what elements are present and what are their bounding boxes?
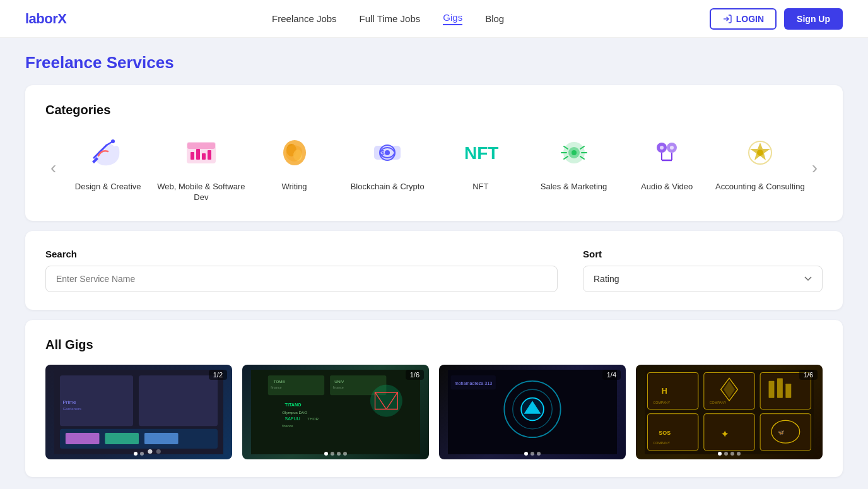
login-button[interactable]: LOGIN	[710, 8, 777, 30]
carousel-prev-button[interactable]: ‹	[45, 158, 61, 178]
category-label-audio: Audio & Video	[641, 182, 693, 192]
svg-text:finance: finance	[333, 386, 344, 389]
svg-point-1	[111, 139, 115, 143]
gig-badge-1: 1/2	[209, 370, 227, 380]
svg-rect-6	[202, 153, 206, 160]
svg-text:UNIV: UNIV	[334, 379, 344, 383]
category-item-audio[interactable]: Audio & Video	[620, 133, 713, 203]
gig-dot	[343, 452, 347, 456]
category-label-nft: NFT	[472, 182, 488, 192]
svg-point-13	[385, 150, 390, 155]
svg-rect-7	[208, 150, 211, 160]
header: laborX Freelance Jobs Full Time Jobs Gig…	[0, 0, 868, 38]
svg-point-31	[670, 146, 674, 150]
blockchain-icon: $	[367, 133, 408, 173]
category-item-nft[interactable]: NFT NFT	[434, 133, 527, 203]
gig-card-3[interactable]: mohamadreza 313 1/4	[439, 365, 626, 459]
gig-dots-4	[718, 452, 741, 456]
accounting-icon	[740, 133, 780, 173]
gig-dots-1	[134, 452, 144, 456]
logo[interactable]: laborX	[25, 11, 66, 27]
svg-point-34	[757, 150, 763, 156]
svg-rect-79	[785, 384, 791, 398]
all-gigs-card: All Gigs Prime Gardeners	[25, 320, 843, 477]
svg-rect-3	[187, 143, 215, 149]
categories-wrapper: ‹ Design & Creative	[45, 133, 823, 203]
gig-dot	[524, 452, 528, 456]
gig-dot	[730, 452, 734, 456]
svg-point-45	[156, 449, 161, 454]
gig-card-1[interactable]: Prime Gardeners 1/2	[45, 365, 232, 459]
search-section: Search	[45, 249, 558, 292]
categories-title: Categories	[45, 103, 823, 117]
svg-text:TOMB: TOMB	[274, 379, 285, 383]
nav-freelance-jobs[interactable]: Freelance Jobs	[272, 13, 337, 24]
sort-select[interactable]: Rating Price: Low to High Price: High to…	[583, 266, 823, 292]
nav-gigs[interactable]: Gigs	[443, 12, 462, 25]
gig-dot	[134, 452, 138, 456]
category-item-design[interactable]: Design & Creative	[61, 133, 155, 203]
svg-text:COMPANY: COMPANY	[710, 400, 727, 404]
category-item-blockchain[interactable]: $ Blockchain & Crypto	[341, 133, 434, 203]
gig-badge-4: 1/6	[799, 370, 818, 380]
svg-text:mohamadreza 313: mohamadreza 313	[455, 381, 492, 386]
gig-overlay-1: Prime Gardeners	[45, 365, 232, 459]
category-label-blockchain: Blockchain & Crypto	[351, 182, 425, 192]
nav: Freelance Jobs Full Time Jobs Gigs Blog	[272, 12, 504, 25]
svg-text:finance: finance	[271, 386, 281, 389]
svg-rect-42	[105, 433, 139, 444]
nav-full-time-jobs[interactable]: Full Time Jobs	[360, 13, 421, 24]
gig-dot	[537, 452, 541, 456]
gig-dot	[331, 452, 334, 456]
gigs-grid: Prime Gardeners 1/2	[45, 365, 823, 459]
gig-dot	[737, 452, 741, 456]
svg-text:Prime: Prime	[62, 399, 76, 404]
gig-dot	[724, 452, 728, 456]
category-item-accounting[interactable]: Accounting & Consulting	[713, 133, 807, 203]
category-item-marketing[interactable]: Sales & Marketing	[527, 133, 621, 203]
design-icon	[88, 133, 128, 173]
gig-card-4[interactable]: H COMPANY COMPANY SOS COMPANY	[636, 365, 823, 459]
svg-text:THOR: THOR	[307, 416, 319, 421]
svg-rect-37	[139, 375, 218, 426]
gig-dot	[337, 452, 341, 456]
gig-dot	[140, 452, 144, 456]
category-item-writing[interactable]: Writing	[248, 133, 341, 203]
svg-point-44	[148, 449, 152, 454]
categories-card: Categories ‹ De	[25, 85, 843, 221]
audio-icon	[647, 133, 687, 173]
svg-rect-43	[144, 433, 179, 444]
login-icon	[722, 14, 732, 24]
search-input[interactable]	[45, 266, 558, 292]
svg-text:finance: finance	[282, 424, 293, 428]
sort-section: Sort Rating Price: Low to High Price: Hi…	[583, 249, 823, 292]
page-content: Freelance Services Categories ‹	[0, 38, 868, 489]
gig-dot	[718, 452, 722, 456]
gig-card-2[interactable]: TOMB finance UNIV finance TITANO Olympus…	[242, 365, 429, 459]
signup-button[interactable]: Sign Up	[784, 8, 843, 30]
gig-overlay-4: H COMPANY COMPANY SOS COMPANY	[636, 365, 823, 459]
svg-text:SOS: SOS	[659, 430, 671, 436]
writing-icon	[274, 133, 315, 173]
carousel-next-button[interactable]: ›	[807, 158, 823, 178]
gig-dots-3	[524, 452, 541, 456]
search-label: Search	[45, 249, 558, 259]
svg-point-18	[572, 150, 577, 155]
svg-point-30	[660, 146, 664, 150]
marketing-icon	[554, 133, 594, 173]
svg-rect-78	[777, 378, 783, 398]
category-label-writing: Writing	[281, 182, 307, 192]
category-item-web[interactable]: Web, Mobile & Software Dev	[155, 133, 248, 203]
svg-text:Olympus DAO: Olympus DAO	[282, 409, 307, 414]
svg-rect-5	[196, 149, 200, 160]
svg-text:H: H	[662, 386, 667, 395]
category-label-accounting: Accounting & Consulting	[715, 182, 805, 192]
category-label-marketing: Sales & Marketing	[541, 182, 607, 192]
gig-badge-3: 1/4	[602, 370, 621, 380]
category-label-web: Web, Mobile & Software Dev	[155, 182, 248, 203]
svg-text:$: $	[381, 150, 385, 156]
svg-text:COMPANY: COMPANY	[653, 441, 670, 445]
gigs-section-title: All Gigs	[45, 338, 823, 352]
nft-icon: NFT	[460, 133, 501, 173]
nav-blog[interactable]: Blog	[485, 13, 504, 24]
